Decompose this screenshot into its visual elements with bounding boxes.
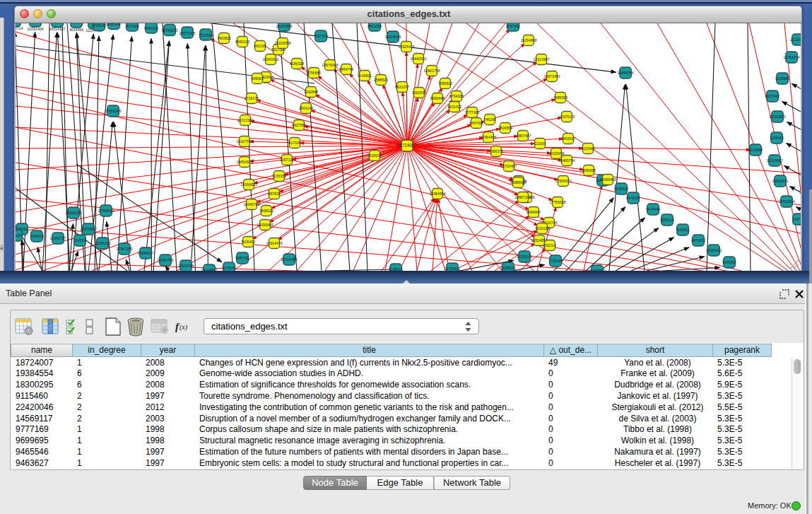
svg-text:16782759: 16782759 (157, 258, 173, 262)
svg-text:9699695: 9699695 (582, 168, 596, 173)
svg-text:10719155: 10719155 (161, 28, 177, 33)
svg-text:8822037: 8822037 (395, 85, 409, 89)
svg-text:9129966: 9129966 (775, 76, 789, 81)
svg-text:9777169: 9777169 (465, 110, 479, 115)
svg-text:1733426: 1733426 (548, 259, 563, 263)
svg-text:746266: 746266 (483, 117, 495, 122)
svg-text:1244415: 1244415 (770, 136, 784, 140)
svg-text:2803144: 2803144 (299, 106, 313, 110)
svg-text:6466160: 6466160 (144, 26, 158, 30)
svg-text:16154808: 16154808 (520, 38, 536, 42)
svg-text:19384554: 19384554 (429, 192, 445, 196)
svg-text:10914479: 10914479 (266, 241, 282, 245)
svg-text:7515534: 7515534 (199, 33, 213, 37)
svg-text:17756928: 17756928 (549, 200, 565, 204)
svg-text:7955812: 7955812 (438, 81, 452, 86)
svg-text:9463627: 9463627 (561, 136, 575, 141)
svg-text:12093823: 12093823 (769, 115, 785, 119)
svg-text:9474444: 9474444 (646, 207, 660, 211)
svg-text:19166829: 19166829 (240, 182, 257, 187)
svg-text:909963: 909963 (251, 76, 263, 81)
svg-text:10654112: 10654112 (706, 248, 722, 252)
svg-text:19654923: 19654923 (236, 160, 252, 164)
svg-text:6479197: 6479197 (626, 196, 640, 200)
svg-text:2718176: 2718176 (245, 96, 259, 100)
svg-text:16033809: 16033809 (276, 24, 292, 28)
svg-text:18807249: 18807249 (514, 195, 531, 199)
svg-text:7632621: 7632621 (676, 228, 690, 232)
svg-text:10807487: 10807487 (514, 134, 531, 138)
svg-text:7357224: 7357224 (314, 34, 328, 38)
svg-text:2935114: 2935114 (660, 218, 674, 222)
svg-text:6497568: 6497568 (469, 121, 483, 125)
svg-text:19218506: 19218506 (384, 35, 401, 39)
svg-text:(x): (x) (180, 323, 188, 332)
svg-text:17016504: 17016504 (778, 199, 794, 204)
svg-text:15692971: 15692971 (772, 179, 788, 183)
svg-text:252214: 252214 (543, 243, 555, 247)
svg-text:8427552: 8427552 (292, 123, 306, 127)
svg-text:9146821: 9146821 (358, 74, 372, 78)
svg-text:23676068: 23676068 (322, 63, 338, 67)
svg-text:11123047: 11123047 (790, 37, 801, 42)
svg-text:14136141: 14136141 (516, 255, 532, 259)
svg-text:3824554: 3824554 (498, 126, 512, 130)
svg-text:3215958: 3215958 (748, 148, 763, 152)
svg-text:12923466: 12923466 (177, 264, 194, 268)
svg-text:10107552: 10107552 (236, 139, 252, 144)
svg-text:10543342: 10543342 (262, 57, 278, 62)
svg-text:9684067: 9684067 (526, 210, 541, 214)
svg-text:17654923: 17654923 (555, 179, 571, 183)
svg-text:20091406: 20091406 (27, 27, 43, 31)
svg-text:9176093: 9176093 (222, 266, 236, 270)
svg-text:417006: 417006 (288, 141, 300, 145)
svg-text:23975867: 23975867 (80, 227, 96, 231)
svg-text:14099469: 14099469 (257, 223, 273, 227)
svg-text:10025438: 10025438 (548, 151, 564, 156)
svg-text:14099469: 14099469 (599, 177, 616, 182)
svg-text:10046788: 10046788 (243, 202, 259, 206)
svg-text:8756685: 8756685 (307, 71, 321, 75)
svg-text:17957255: 17957255 (116, 247, 132, 251)
svg-text:1621022: 1621022 (447, 105, 461, 109)
svg-text:1615132: 1615132 (535, 226, 549, 230)
svg-text:13325419: 13325419 (398, 45, 414, 49)
svg-text:13716485: 13716485 (281, 257, 297, 262)
svg-text:1362635: 1362635 (412, 90, 426, 95)
svg-text:9227343: 9227343 (765, 94, 779, 98)
svg-text:15751074: 15751074 (783, 55, 799, 59)
svg-text:15720407: 15720407 (500, 164, 517, 168)
svg-text:9245652: 9245652 (722, 260, 736, 264)
svg-text:9634456: 9634456 (69, 28, 83, 32)
svg-text:12505135: 12505135 (94, 241, 110, 245)
svg-text:16495794: 16495794 (558, 158, 575, 163)
svg-text:891295: 891295 (254, 44, 266, 48)
svg-text:8990448: 8990448 (430, 96, 445, 100)
svg-text:12942737: 12942737 (49, 236, 66, 240)
svg-text:14055714: 14055714 (16, 26, 23, 30)
svg-text:10973493: 10973493 (543, 74, 560, 78)
svg-text:10210643: 10210643 (766, 158, 782, 163)
svg-text:8938923: 8938923 (614, 187, 628, 191)
svg-text:10961758: 10961758 (423, 69, 440, 73)
svg-text:3498222: 3498222 (259, 209, 273, 213)
svg-text:887833: 887833 (268, 192, 280, 196)
svg-text:7625402: 7625402 (241, 240, 255, 244)
svg-text:1156819: 1156819 (30, 234, 44, 238)
svg-text:17359924: 17359924 (98, 209, 114, 213)
svg-text:18724007: 18724007 (397, 143, 418, 148)
svg-text:12213389: 12213389 (237, 118, 253, 122)
svg-text:1527602: 1527602 (125, 24, 139, 28)
svg-text:16671355: 16671355 (179, 31, 195, 35)
svg-text:114519: 114519 (74, 238, 86, 243)
svg-text:7463822: 7463822 (217, 36, 231, 40)
svg-text:8454749: 8454749 (339, 67, 353, 71)
svg-text:8660123: 8660123 (235, 40, 249, 44)
svg-text:16284211: 16284211 (500, 266, 517, 270)
svg-text:23226058: 23226058 (274, 41, 290, 45)
svg-text:8186328: 8186328 (290, 62, 304, 66)
svg-text:18314187: 18314187 (49, 27, 65, 31)
svg-text:9115460: 9115460 (581, 146, 595, 151)
svg-text:22160: 22160 (535, 141, 546, 146)
svg-text:2588520: 2588520 (374, 78, 388, 82)
